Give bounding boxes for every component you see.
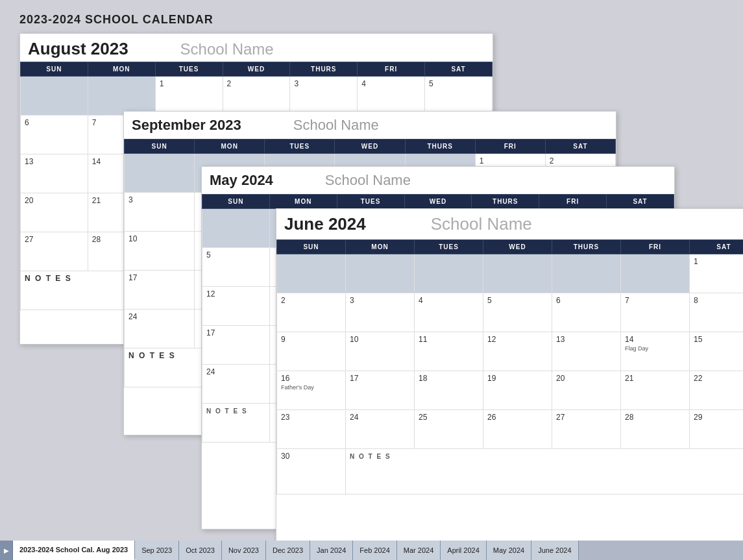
- sep-school-name: School Name: [293, 117, 379, 134]
- aug-col-sat: SAT: [425, 62, 493, 77]
- sep-col-mon: MON: [195, 140, 265, 154]
- table-row: 4: [358, 77, 425, 116]
- table-row: 18: [415, 371, 483, 410]
- may-col-sun: SUN: [202, 195, 270, 209]
- tab-apr-2024[interactable]: April 2024: [441, 541, 487, 560]
- main-area: 2023-2024 SCHOOL CALENDAR August 2023 Sc…: [0, 0, 743, 541]
- table-row: 16Father's Day: [277, 371, 346, 410]
- table-row: [346, 254, 415, 293]
- table-row: 13: [21, 154, 88, 193]
- aug-col-sun: SUN: [21, 62, 88, 77]
- table-row: 25: [415, 410, 483, 449]
- may-col-wed: WED: [404, 195, 472, 209]
- table-row: 19: [483, 371, 552, 410]
- jun-col-sat: SAT: [690, 240, 744, 254]
- table-row: [125, 154, 195, 193]
- table-row: 14Flag Day: [621, 332, 690, 371]
- table-row: 22: [690, 371, 744, 410]
- table-row: 29: [690, 410, 744, 449]
- table-row: 12: [483, 332, 552, 371]
- aug-header: August 2023 School Name: [20, 34, 493, 62]
- table-row: 27: [21, 232, 88, 271]
- table-row: 17: [125, 271, 195, 310]
- table-row: 24: [202, 365, 270, 404]
- table-row: 23: [277, 410, 346, 449]
- jun-month-title: June 2024: [284, 214, 366, 234]
- table-row: 8: [690, 293, 744, 332]
- aug-col-wed: WED: [223, 62, 290, 77]
- tab-feb-2024[interactable]: Feb 2024: [353, 541, 396, 560]
- table-row: 7: [621, 293, 690, 332]
- table-row: 21: [621, 371, 690, 410]
- table-row: 3: [346, 293, 415, 332]
- jun-col-sun: SUN: [277, 240, 346, 254]
- may-month-title: May 2024: [210, 172, 273, 189]
- table-row: 9: [277, 332, 346, 371]
- tab-aug-2023[interactable]: 2023-2024 School Cal. Aug 2023: [13, 541, 135, 560]
- jun-col-fri: FRI: [621, 240, 690, 254]
- may-col-tue: TUES: [337, 195, 404, 209]
- jun-col-wed: WED: [483, 240, 552, 254]
- aug-month-title: August 2023: [28, 39, 128, 59]
- table-row: 4: [415, 293, 483, 332]
- may-header: May 2024 School Name: [202, 167, 674, 194]
- table-row: 24: [125, 310, 195, 348]
- table-row: 3: [125, 193, 195, 232]
- may-col-sat: SAT: [607, 195, 674, 209]
- table-row: 10: [125, 232, 195, 271]
- table-row: 24: [346, 410, 415, 449]
- tab-mar-2024[interactable]: Mar 2024: [397, 541, 441, 560]
- jun-col-tue: TUES: [415, 240, 483, 254]
- table-row: 11: [415, 332, 483, 371]
- table-row: 27: [552, 410, 621, 449]
- table-row: [621, 254, 690, 293]
- table-row: [483, 254, 552, 293]
- tab-sep-2023[interactable]: Sep 2023: [135, 541, 179, 560]
- table-row: 2: [223, 77, 290, 116]
- table-row: 12: [202, 287, 270, 326]
- table-row: 2: [277, 293, 346, 332]
- tab-prev-arrow[interactable]: ▶: [0, 541, 13, 560]
- tab-jun-2024[interactable]: June 2024: [531, 541, 578, 560]
- may-notes: N O T E S: [202, 404, 270, 443]
- table-row: [21, 77, 88, 116]
- sep-header: September 2023 School Name: [124, 112, 616, 139]
- tab-bar: ▶ 2023-2024 School Cal. Aug 2023 Sep 202…: [0, 541, 743, 560]
- jun-header: June 2024 School Name: [276, 209, 743, 239]
- aug-col-fri: FRI: [358, 62, 425, 77]
- aug-col-tue: TUES: [155, 62, 223, 77]
- table-row: 20: [21, 193, 88, 232]
- tab-may-2024[interactable]: May 2024: [487, 541, 531, 560]
- may-col-fri: FRI: [539, 195, 607, 209]
- jun-col-mon: MON: [346, 240, 415, 254]
- sep-col-wed: WED: [335, 140, 405, 154]
- tab-jan-2024[interactable]: Jan 2024: [310, 541, 353, 560]
- table-row: 5: [425, 77, 493, 116]
- table-row: [88, 77, 155, 116]
- sep-month-title: September 2023: [132, 117, 241, 134]
- table-row: [415, 254, 483, 293]
- table-row: 13: [552, 332, 621, 371]
- aug-col-thu: THURS: [290, 62, 358, 77]
- tab-nov-2023[interactable]: Nov 2023: [222, 541, 266, 560]
- sep-col-sat: SAT: [545, 140, 615, 154]
- table-row: 6: [21, 116, 88, 154]
- page-title: 2023-2024 SCHOOL CALENDAR: [19, 13, 724, 27]
- jun-col-thu: THURS: [552, 240, 621, 254]
- table-row: [552, 254, 621, 293]
- jun-notes: N O T E S: [346, 449, 744, 494]
- table-row: 1: [155, 77, 223, 116]
- jun-school-name: School Name: [431, 214, 532, 234]
- table-row: [277, 254, 346, 293]
- aug-school-name: School Name: [180, 40, 274, 58]
- table-row: 26: [483, 410, 552, 449]
- may-col-mon: MON: [269, 195, 337, 209]
- tab-dec-2023[interactable]: Dec 2023: [266, 541, 310, 560]
- tab-oct-2023[interactable]: Oct 2023: [179, 541, 222, 560]
- table-row: 30: [277, 449, 346, 494]
- table-row: 10: [346, 332, 415, 371]
- sep-col-thu: THURS: [405, 140, 475, 154]
- table-row: 17: [346, 371, 415, 410]
- june-calendar: June 2024 School Name SUN MON TUES WED T…: [276, 208, 743, 541]
- sep-col-tue: TUES: [265, 140, 335, 154]
